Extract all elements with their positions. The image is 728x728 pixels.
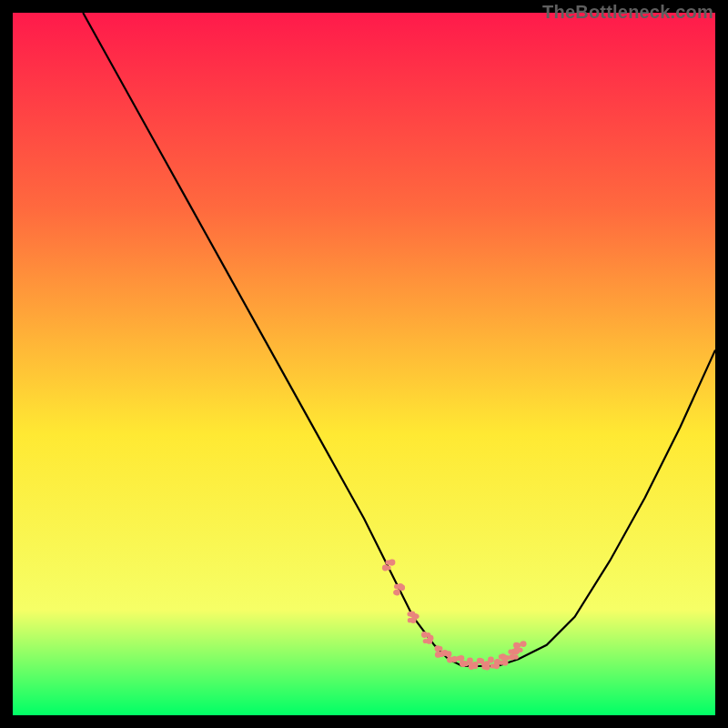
marker-dot bbox=[393, 590, 398, 594]
marker-dot bbox=[493, 662, 500, 669]
marker-dot bbox=[459, 655, 465, 662]
marker-dot bbox=[447, 652, 451, 656]
gradient-background bbox=[13, 13, 715, 715]
marker-dot bbox=[521, 641, 527, 647]
chart-frame bbox=[13, 13, 715, 715]
marker-dot bbox=[382, 565, 389, 571]
marker-dot bbox=[438, 646, 442, 651]
marker-dot bbox=[489, 657, 493, 662]
marker-dot bbox=[447, 657, 453, 663]
marker-dot bbox=[469, 662, 473, 667]
marker-dot bbox=[513, 642, 520, 649]
watermark-text: TheBottleneck.com bbox=[542, 2, 713, 23]
marker-dot bbox=[389, 560, 395, 566]
marker-dot bbox=[501, 655, 508, 662]
marker-dot bbox=[412, 613, 419, 620]
marker-dot bbox=[473, 664, 478, 669]
marker-dot bbox=[423, 639, 428, 643]
marker-dot bbox=[484, 664, 490, 671]
bottleneck-chart bbox=[13, 13, 715, 715]
marker-dot bbox=[467, 657, 473, 663]
marker-dot bbox=[398, 583, 404, 590]
marker-dot bbox=[514, 655, 519, 660]
marker-dot bbox=[426, 632, 430, 637]
marker-dot bbox=[518, 648, 522, 652]
marker-dot bbox=[435, 652, 441, 658]
marker-dot bbox=[408, 618, 412, 622]
marker-dot bbox=[508, 650, 512, 654]
